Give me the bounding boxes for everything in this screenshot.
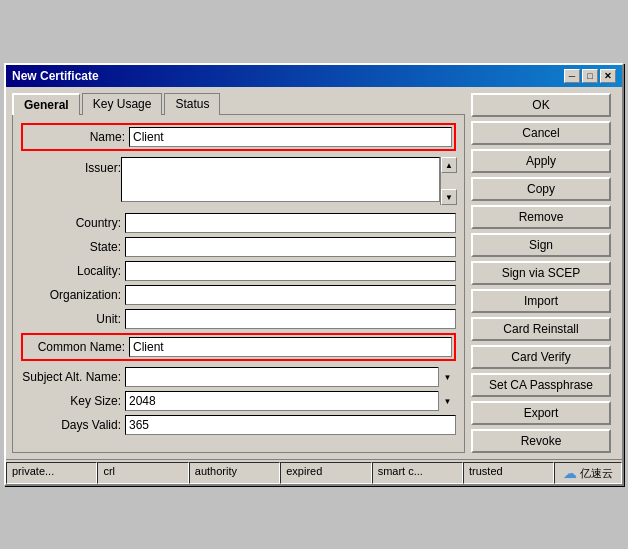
name-row: Name:	[25, 127, 452, 147]
days-valid-label: Days Valid:	[21, 418, 121, 432]
main-window: New Certificate ─ □ ✕ General Key Usage …	[4, 63, 624, 486]
name-highlight-box: Name:	[21, 123, 456, 151]
key-size-select-wrapper: 2048 1024 4096 ▼	[125, 391, 456, 411]
state-label: State:	[21, 240, 121, 254]
status-authority[interactable]: authority	[189, 462, 280, 484]
country-input[interactable]	[125, 213, 456, 233]
issuer-textarea[interactable]	[121, 157, 440, 202]
name-label: Name:	[25, 130, 125, 144]
common-name-row: Common Name:	[25, 337, 452, 357]
status-crl[interactable]: crl	[97, 462, 188, 484]
name-input[interactable]	[129, 127, 452, 147]
status-private[interactable]: private...	[6, 462, 97, 484]
issuer-scrollbar[interactable]: ▲ ▼	[440, 157, 456, 205]
organization-input[interactable]	[125, 285, 456, 305]
status-bar: private... crl authority expired smart c…	[6, 459, 622, 484]
locality-label: Locality:	[21, 264, 121, 278]
state-input[interactable]	[125, 237, 456, 257]
tab-general[interactable]: General	[12, 93, 80, 115]
scroll-up-arrow[interactable]: ▲	[441, 157, 457, 173]
key-size-label: Key Size:	[21, 394, 121, 408]
key-size-row: Key Size: 2048 1024 4096 ▼	[21, 391, 456, 411]
window-controls: ─ □ ✕	[564, 69, 616, 83]
issuer-section: Issuer: ▲ ▼	[21, 157, 456, 205]
title-bar: New Certificate ─ □ ✕	[6, 65, 622, 87]
locality-row: Locality:	[21, 261, 456, 281]
unit-label: Unit:	[21, 312, 121, 326]
common-name-label: Common Name:	[25, 340, 125, 354]
close-button[interactable]: ✕	[600, 69, 616, 83]
scroll-down-arrow[interactable]: ▼	[441, 189, 457, 205]
subject-alt-select-wrapper: ▼	[125, 367, 456, 387]
minimize-button[interactable]: ─	[564, 69, 580, 83]
right-panel-buttons: OK Cancel Apply Copy Remove Sign Sign vi…	[471, 93, 616, 453]
organization-row: Organization:	[21, 285, 456, 305]
issuer-label: Issuer:	[21, 161, 121, 175]
card-verify-button[interactable]: Card Verify	[471, 345, 611, 369]
unit-row: Unit:	[21, 309, 456, 329]
apply-button[interactable]: Apply	[471, 149, 611, 173]
organization-label: Organization:	[21, 288, 121, 302]
status-expired[interactable]: expired	[280, 462, 371, 484]
country-label: Country:	[21, 216, 121, 230]
unit-input[interactable]	[125, 309, 456, 329]
form-section: Name: Issuer: ▲ ▼	[21, 123, 456, 435]
tab-status[interactable]: Status	[164, 93, 220, 115]
card-reinstall-button[interactable]: Card Reinstall	[471, 317, 611, 341]
maximize-button[interactable]: □	[582, 69, 598, 83]
tab-content-general: Name: Issuer: ▲ ▼	[12, 114, 465, 453]
sign-via-scep-button[interactable]: Sign via SCEP	[471, 261, 611, 285]
watermark-section: ☁ 亿速云	[554, 462, 622, 484]
import-button[interactable]: Import	[471, 289, 611, 313]
tab-key-usage[interactable]: Key Usage	[82, 93, 163, 115]
key-size-select[interactable]: 2048 1024 4096	[125, 391, 456, 411]
copy-button[interactable]: Copy	[471, 177, 611, 201]
watermark-text: 亿速云	[580, 466, 613, 481]
cloud-icon: ☁	[563, 465, 577, 481]
cancel-button[interactable]: Cancel	[471, 121, 611, 145]
left-panel: General Key Usage Status Name:	[12, 93, 465, 453]
status-trusted[interactable]: trusted	[463, 462, 554, 484]
remove-button[interactable]: Remove	[471, 205, 611, 229]
subject-alt-label: Subject Alt. Name:	[21, 370, 121, 384]
country-row: Country:	[21, 213, 456, 233]
export-button[interactable]: Export	[471, 401, 611, 425]
days-valid-input[interactable]	[125, 415, 456, 435]
window-title: New Certificate	[12, 69, 99, 83]
state-row: State:	[21, 237, 456, 257]
tab-bar: General Key Usage Status	[12, 93, 465, 115]
days-valid-row: Days Valid:	[21, 415, 456, 435]
locality-input[interactable]	[125, 261, 456, 281]
revoke-button[interactable]: Revoke	[471, 429, 611, 453]
subject-alt-row: Subject Alt. Name: ▼	[21, 367, 456, 387]
status-smart-c[interactable]: smart c...	[372, 462, 463, 484]
set-ca-passphrase-button[interactable]: Set CA Passphrase	[471, 373, 611, 397]
subject-alt-select[interactable]	[125, 367, 456, 387]
common-name-highlight-box: Common Name:	[21, 333, 456, 361]
window-content: General Key Usage Status Name:	[6, 87, 622, 459]
sign-button[interactable]: Sign	[471, 233, 611, 257]
ok-button[interactable]: OK	[471, 93, 611, 117]
common-name-input[interactable]	[129, 337, 452, 357]
